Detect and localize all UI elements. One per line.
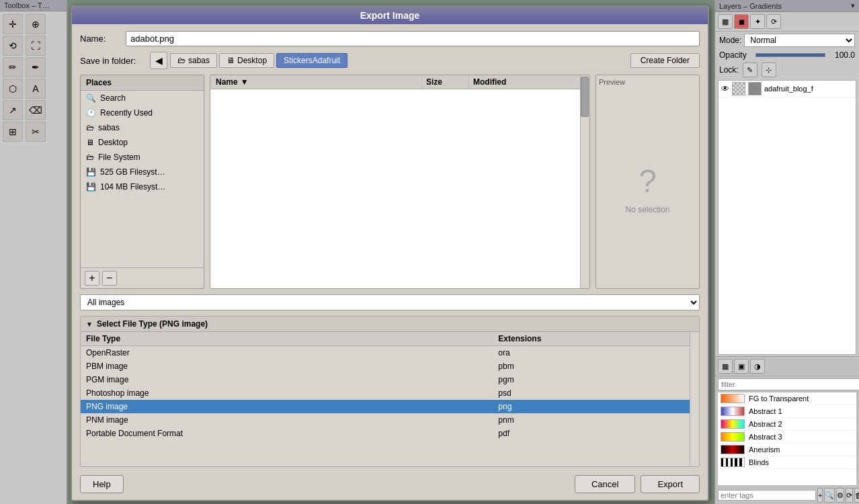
gradient-item-blinds[interactable]: Blinds — [718, 456, 856, 469]
gradients-toolbar: ▦ ▣ ◑ — [715, 357, 859, 376]
gradient-item-abstract3[interactable]: Abstract 3 — [718, 431, 856, 444]
file-list-body[interactable] — [210, 89, 589, 288]
layers-star-btn[interactable]: ✦ — [750, 14, 765, 29]
tool-icon-11[interactable]: ⊞ — [3, 122, 23, 142]
file-col-size-header[interactable]: Size — [421, 75, 468, 89]
folder-nav: Save in folder: ◀ 🗁 sabas 🖥 Desktop Stic… — [80, 52, 700, 69]
recent-icon: 🕐 — [86, 108, 96, 118]
gradient-item-fg[interactable]: FG to Transparent — [718, 392, 856, 405]
add-place-button[interactable]: + — [85, 271, 99, 286]
opacity-row: Opacity 100.0 — [715, 49, 859, 61]
table-row-selected[interactable]: PNG image png — [81, 400, 699, 413]
gradient-item-abstract2[interactable]: Abstract 2 — [718, 418, 856, 431]
filetype-ext: ora — [493, 346, 699, 360]
layers-pattern-btn[interactable]: ▦ — [718, 14, 733, 29]
filetype-name: PNM image — [81, 413, 493, 427]
crumb-desktop[interactable]: 🖥 Desktop — [219, 53, 274, 68]
nav-back-button[interactable]: ◀ — [150, 52, 167, 69]
section-toggle-icon: ▼ — [86, 321, 93, 328]
tool-icon-7[interactable]: ⬡ — [3, 79, 23, 99]
tags-config-btn[interactable]: ⚙ — [836, 488, 844, 503]
gradient-name-fg: FG to Transparent — [749, 394, 809, 403]
place-104mb[interactable]: 💾 104 MB Filesyst… — [81, 179, 204, 194]
gradients-filter-input[interactable] — [718, 378, 859, 390]
tags-refresh-btn[interactable]: ⟳ — [846, 488, 853, 503]
tags-delete-btn[interactable]: 🗑 — [854, 488, 859, 503]
filetype-filter-row: All images — [80, 294, 700, 310]
tags-input[interactable] — [718, 490, 816, 501]
gradients-area: ▦ ▣ ◑ FG to Transparent Abstract 1 Abstr… — [715, 356, 859, 504]
gradients-refresh2-btn[interactable]: ◑ — [750, 359, 765, 374]
mode-select[interactable]: Normal — [744, 34, 855, 47]
table-row[interactable]: Photoshop image psd — [81, 386, 699, 400]
panel-menu-icon[interactable]: ▾ — [851, 1, 855, 10]
filetype-col-type: File Type — [81, 332, 493, 346]
tool-icon-1[interactable]: ✛ — [3, 14, 23, 34]
table-row[interactable]: OpenRaster ora — [81, 346, 699, 360]
file-col-modified-header[interactable]: Modified — [468, 75, 589, 89]
layers-refresh-btn[interactable]: ⟳ — [766, 14, 781, 29]
gradient-name-aneurism: Aneurism — [749, 446, 780, 454]
layer-visibility-icon[interactable]: 👁 — [721, 84, 729, 93]
gradient-item-abstract1[interactable]: Abstract 1 — [718, 405, 856, 418]
file-list-scrollbar[interactable] — [580, 75, 589, 288]
filetype-scrollbar[interactable] — [690, 332, 699, 466]
filename-input[interactable] — [126, 31, 700, 46]
bottom-buttons: Help Cancel Export — [80, 472, 700, 493]
gradients-pattern-btn[interactable]: ▦ — [718, 359, 733, 374]
cancel-button[interactable]: Cancel — [575, 475, 635, 493]
file-col-name-header[interactable]: Name ▼ — [210, 75, 421, 89]
tool-icon-5[interactable]: ✏ — [3, 57, 23, 77]
place-525gb[interactable]: 💾 525 GB Filesyst… — [81, 165, 204, 179]
filetype-col-ext: Extensions — [493, 332, 699, 346]
lock-position-btn[interactable]: ⊹ — [762, 62, 776, 77]
tags-add-btn[interactable]: + — [817, 488, 823, 503]
tool-icon-8[interactable]: A — [26, 79, 46, 99]
filetype-ext: pgm — [493, 373, 699, 386]
dialog-title: Export Image — [72, 7, 708, 24]
section-header[interactable]: ▼ Select File Type (PNG image) — [81, 317, 699, 332]
place-filesystem[interactable]: 🗁 File System — [81, 150, 204, 165]
tags-row: + 🔍 ⚙ ⟳ 🗑 — [715, 487, 859, 504]
place-search[interactable]: 🔍 Search — [81, 91, 204, 106]
opacity-label: Opacity — [719, 50, 753, 60]
export-button[interactable]: Export — [641, 475, 700, 493]
table-row[interactable]: Portable Document Format pdf — [81, 427, 699, 440]
place-desktop[interactable]: 🖥 Desktop — [81, 135, 204, 150]
place-sabas[interactable]: 🗁 sabas — [81, 120, 204, 135]
select-filetype-section: ▼ Select File Type (PNG image) File Type… — [80, 316, 700, 467]
table-row[interactable]: PGM image pgm — [81, 373, 699, 386]
crumb-sabas[interactable]: 🗁 sabas — [170, 53, 217, 68]
lock-pixels-btn[interactable]: ✎ — [743, 62, 758, 77]
gradient-swatch-abstract2 — [721, 419, 745, 429]
tool-icon-3[interactable]: ⟲ — [3, 36, 23, 56]
place-recent[interactable]: 🕐 Recently Used — [81, 106, 204, 120]
remove-place-button[interactable]: − — [102, 271, 117, 286]
tool-icon-9[interactable]: ↗ — [3, 100, 23, 120]
tool-icon-2[interactable]: ⊕ — [26, 14, 46, 34]
place-104mb-label: 104 MB Filesyst… — [100, 182, 165, 192]
place-search-label: Search — [100, 93, 126, 103]
opacity-slider[interactable] — [755, 53, 825, 57]
help-button[interactable]: Help — [80, 475, 124, 493]
layers-red-btn[interactable]: ◼ — [734, 14, 749, 29]
tool-icon-4[interactable]: ⛶ — [26, 36, 46, 56]
table-row[interactable]: PNM image pnm — [81, 413, 699, 427]
place-sabas-label: sabas — [98, 123, 120, 132]
gradients-preview-btn[interactable]: ▣ — [734, 359, 749, 374]
layer-item[interactable]: 👁 adafruit_blog_f — [719, 81, 856, 97]
table-row[interactable]: PBM image pbm — [81, 360, 699, 373]
filetype-ext: pnm — [493, 413, 699, 427]
tags-search-btn[interactable]: 🔍 — [824, 488, 835, 503]
tool-icon-10[interactable]: ⌫ — [26, 100, 46, 120]
create-folder-button[interactable]: Create Folder — [630, 53, 700, 68]
filetype-filter-select[interactable]: All images — [80, 294, 700, 310]
tool-icon-12[interactable]: ✂ — [26, 122, 46, 142]
filetype-table-area[interactable]: File Type Extensions OpenRaster ora PBM … — [81, 332, 699, 466]
gradient-name-blinds: Blinds — [749, 458, 769, 466]
crumb-stickers[interactable]: StickersAdafruit — [276, 53, 347, 68]
gradient-item-aneurism[interactable]: Aneurism — [718, 444, 856, 456]
section-header-label: Select File Type (PNG image) — [97, 319, 208, 329]
tool-icon-6[interactable]: ✒ — [26, 57, 46, 77]
export-image-dialog: Export Image Name: Save in folder: ◀ 🗁 s… — [71, 5, 709, 501]
